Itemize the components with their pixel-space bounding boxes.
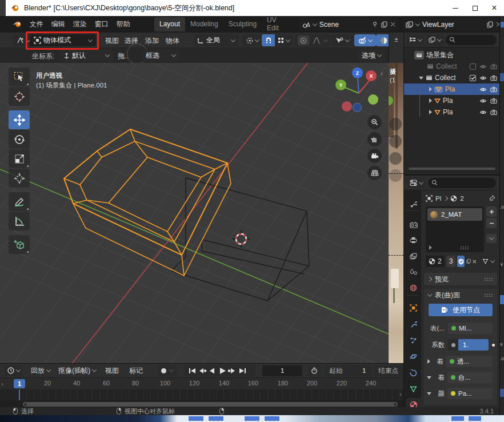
sidebar-toggle-arrow[interactable]: ‹ [381, 70, 383, 78]
material-browse-button[interactable]: 2 [426, 256, 445, 267]
hide-eye-icon[interactable] [479, 64, 487, 69]
render-camera-icon[interactable] [490, 63, 497, 69]
render-camera-icon[interactable] [490, 86, 497, 92]
exclude-checkbox[interactable] [470, 63, 476, 70]
tab-sculpting[interactable]: Sculpting [223, 17, 262, 31]
outliner-search[interactable] [446, 35, 497, 45]
tool-measure[interactable] [9, 212, 30, 230]
zoom-button[interactable] [367, 115, 382, 129]
material-slot-list[interactable]: 2_MAT [426, 206, 484, 252]
breadcrumb-object[interactable]: Pl [435, 195, 441, 202]
wireframe-unselected-box[interactable] [171, 178, 309, 301]
shader-row-value-button[interactable]: 透... [446, 356, 493, 367]
outliner-editor-type-button[interactable] [407, 35, 424, 45]
timeline-keyframe-lane[interactable]: ‹ [0, 389, 403, 400]
gizmo-axis-z-neg[interactable] [353, 103, 362, 112]
outliner-row-collection[interactable]: Collect [404, 72, 499, 83]
shader-row-value-button[interactable]: 自... [447, 372, 493, 383]
render-camera-icon[interactable] [490, 75, 497, 81]
current-frame-field[interactable]: 1 [262, 365, 302, 376]
use-preview-range-button[interactable] [308, 365, 321, 376]
proportional-toggle[interactable] [298, 35, 309, 45]
hide-eye-icon[interactable] [479, 98, 487, 103]
viewport-canvas[interactable]: 用户透视 (1) 场景集合 | Plane.001 [0, 63, 389, 363]
copy-material-icon[interactable] [466, 258, 471, 265]
tab-particles[interactable] [406, 333, 421, 347]
properties-editor-type-button[interactable] [407, 178, 425, 188]
hide-eye-icon[interactable] [479, 75, 487, 81]
gizmo-axis-z[interactable]: Z [352, 67, 363, 78]
factor-slider[interactable]: 1. [448, 339, 489, 351]
timeline-ruler[interactable]: 20 40 60 80 100 120 140 160 180 200 220 … [0, 378, 403, 389]
playhead-badge[interactable]: 1 [14, 379, 25, 388]
gizmo-axis-x-neg[interactable] [342, 101, 352, 112]
maximize-button[interactable] [465, 0, 485, 16]
surface-shader-button[interactable]: MI... [448, 323, 493, 334]
ortho-toggle-button[interactable] [367, 166, 382, 180]
color-row-value-button[interactable]: Pa... [447, 388, 493, 399]
slot-list-grip[interactable] [460, 246, 469, 250]
menu-object[interactable]: 物体 [163, 36, 182, 46]
row-expand-icon[interactable] [427, 359, 430, 364]
expand-arrow-icon[interactable] [429, 110, 432, 114]
tab-object[interactable] [406, 301, 421, 314]
outliner-filter-button[interactable] [426, 35, 443, 45]
region-expand-right[interactable]: ‹ [399, 391, 402, 397]
minimize-button[interactable] [446, 0, 465, 16]
outliner-row-scene-collection[interactable]: 场景集合 [404, 49, 499, 61]
coord-default-dropdown[interactable]: 默认 [59, 50, 113, 62]
tab-world[interactable] [406, 281, 421, 294]
autokey-dropdown[interactable] [169, 367, 174, 372]
snap-target-dropdown[interactable] [275, 37, 293, 43]
tool-move[interactable] [9, 110, 30, 129]
tab-render[interactable] [406, 218, 421, 232]
outliner-row-plane[interactable]: Pla [404, 106, 499, 118]
material-slot-active[interactable]: 2_MAT [427, 208, 482, 221]
keyframe-dot[interactable] [492, 344, 495, 347]
camera-view-button[interactable] [367, 149, 382, 163]
tab-tool[interactable] [406, 197, 421, 211]
tab-output[interactable] [406, 233, 421, 247]
tool-select-box[interactable] [9, 67, 30, 86]
menu-render[interactable]: 渲染 [69, 19, 91, 29]
gizmo-axis-x[interactable]: X [366, 70, 377, 81]
select-mode-dropdown[interactable]: 框选 [142, 50, 179, 62]
tool-cursor[interactable] [9, 87, 30, 106]
menu-add[interactable]: 添加 [143, 36, 161, 46]
pin-icon[interactable] [489, 195, 495, 202]
material-users-button[interactable]: 3 [446, 256, 456, 267]
falloff-icon[interactable] [313, 37, 321, 44]
navigation-gizmo[interactable]: Z X Y [333, 66, 385, 118]
panel-grip[interactable] [484, 293, 493, 297]
frame-start-field[interactable]: 起始 1 [324, 365, 371, 376]
region-expand-left[interactable]: › [1, 380, 3, 387]
tab-scene[interactable] [406, 265, 421, 278]
tab-constraints[interactable] [406, 366, 421, 380]
outliner-row-collection-excluded[interactable]: Collect [404, 61, 499, 72]
strip-editor-header[interactable]: ± [389, 33, 403, 63]
menu-view[interactable]: 视图 [103, 36, 121, 46]
unlink-scene-icon[interactable] [390, 22, 395, 27]
expand-arrow-icon[interactable] [419, 77, 423, 79]
hide-eye-icon[interactable] [479, 87, 487, 92]
tool-rotate[interactable] [9, 130, 30, 149]
wireframe-selected-object[interactable] [64, 129, 231, 276]
menu-help[interactable]: 帮助 [113, 19, 134, 29]
overlays-dropdown[interactable] [354, 34, 376, 46]
panel-surface-header[interactable]: 表(曲)面 [424, 289, 497, 301]
outliner-row-plane[interactable]: Pla [404, 95, 499, 106]
tab-modifiers[interactable] [406, 317, 421, 331]
viewlayer-selector[interactable]: ViewLayer [403, 18, 504, 30]
pin-icon[interactable] [372, 21, 378, 27]
blender-menu-logo-icon[interactable] [13, 21, 22, 28]
menu-file[interactable]: 文件 [26, 19, 47, 29]
scene-selector[interactable]: Scene [299, 18, 398, 30]
camera-strip-viewport[interactable]: 摄 (1 [389, 63, 403, 363]
timeline-menu-marker[interactable]: 标记 [127, 366, 145, 376]
outliner-row-plane-selected[interactable]: Pla [404, 83, 499, 95]
tool-add-cube[interactable] [9, 235, 30, 254]
tab-object-data[interactable] [406, 382, 421, 396]
slot-list-expand-icon[interactable] [429, 245, 432, 250]
tool-annotate[interactable] [9, 192, 30, 211]
tab-modeling[interactable]: Modeling [185, 17, 223, 31]
